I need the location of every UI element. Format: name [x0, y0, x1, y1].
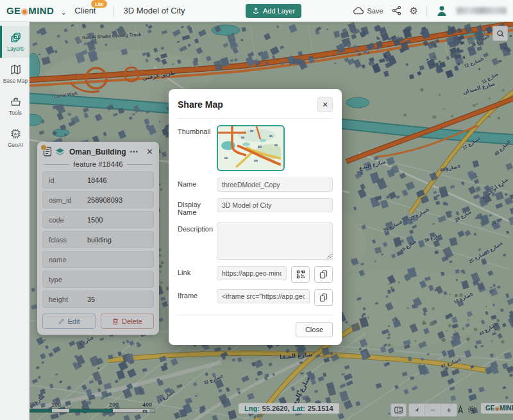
- feature-attribute-row: id 18446: [42, 171, 154, 189]
- save-button[interactable]: Save: [353, 6, 383, 15]
- sidebar-item-geoai[interactable]: AI GeoAI: [0, 122, 29, 154]
- modal-title: Share Map: [178, 99, 223, 110]
- iframe-label: Iframe: [178, 289, 212, 299]
- page-title: 3D Model of City: [123, 6, 185, 15]
- zoom-in-button[interactable]: +: [441, 404, 457, 416]
- left-sidebar: Layers Base Map Tools AI GeoAI: [0, 22, 29, 420]
- name-label: Name: [178, 178, 212, 188]
- copy-icon: [319, 270, 328, 279]
- gear-icon[interactable]: ⚙: [410, 6, 418, 15]
- map-scale-bar: 100200400 m: [27, 401, 155, 413]
- scale-segments: [27, 408, 155, 413]
- legend-icon: [394, 407, 403, 414]
- layer-diamond-icon: [55, 147, 65, 156]
- share-link-input[interactable]: [217, 266, 287, 280]
- feature-attribute-row: code 1500: [42, 211, 154, 228]
- attribute-value: building: [87, 236, 112, 244]
- compass-button[interactable]: [409, 404, 425, 416]
- toolbox-icon: [10, 96, 22, 108]
- feature-attributes-panel: Oman_Building ••• ✕ feature #18446 id 18…: [37, 142, 159, 335]
- layers-icon: [10, 31, 22, 44]
- coordinates-readout: Lng:55.2620, Lat:25.1514: [239, 403, 339, 414]
- modal-close-footer-button[interactable]: Close: [296, 322, 333, 337]
- sidebar-item-tools[interactable]: Tools: [0, 90, 29, 122]
- qr-code-icon: [296, 270, 305, 279]
- map-search-button[interactable]: [492, 26, 508, 41]
- share-map-modal: Share Map ✕ Thumbnail: [169, 89, 342, 345]
- username-redacted: [457, 7, 507, 14]
- form-icon: [43, 147, 52, 156]
- attribute-label: name: [49, 256, 87, 264]
- cloud-save-icon: [353, 6, 364, 15]
- attribute-label: code: [49, 216, 87, 224]
- feature-attribute-rows: id 18446 osm_id 258908093 code 1500: [37, 171, 159, 308]
- ai-chip-icon: AI: [10, 128, 22, 140]
- sidebar-label: Base Map: [3, 78, 28, 84]
- map-attribution-logo: GE◉MIND: [481, 403, 513, 414]
- app-logo: GE◉MIND: [6, 5, 54, 16]
- sidebar-label: Layers: [7, 46, 24, 52]
- description-textarea[interactable]: [217, 223, 333, 260]
- user-avatar[interactable]: [435, 4, 448, 17]
- display-name-input[interactable]: [217, 198, 333, 212]
- add-layer-icon: [252, 7, 260, 15]
- map-thumbnail: [217, 125, 285, 171]
- lite-badge: Lite: [91, 0, 107, 8]
- scale-tick: 200: [109, 401, 119, 408]
- link-label: Link: [178, 266, 212, 276]
- chevron-down-icon[interactable]: ⌄: [60, 8, 67, 17]
- app-window: Nad Al Sheba Cycling TrackCanal Walkطريق…: [0, 0, 513, 420]
- map-icon: [10, 63, 22, 76]
- sidebar-label: Tools: [9, 110, 22, 116]
- attribute-label: osm_id: [49, 196, 87, 204]
- top-bar: GE◉MIND ⌄ Client Lite 3D Model of City A…: [0, 0, 513, 22]
- edit-feature-button[interactable]: Edit: [42, 314, 96, 329]
- attribute-label: height: [49, 296, 87, 303]
- feature-subtitle: feature #18446: [44, 160, 153, 168]
- sidebar-item-layers[interactable]: Layers: [0, 26, 29, 58]
- locate-target-icon: [467, 405, 477, 415]
- locate-button[interactable]: [466, 403, 478, 416]
- search-icon: [496, 29, 505, 38]
- feature-attribute-row: fclass building: [42, 231, 154, 248]
- qr-code-button[interactable]: [291, 266, 310, 283]
- zoom-out-button[interactable]: −: [425, 404, 441, 416]
- feature-attribute-row: height 35: [42, 290, 154, 308]
- copy-link-button[interactable]: [314, 266, 333, 283]
- attribute-value: 18446: [87, 176, 107, 184]
- notification-dot: [40, 144, 47, 151]
- sidebar-label: GeoAI: [8, 142, 23, 148]
- description-label: Description: [178, 223, 212, 233]
- modal-close-button[interactable]: ✕: [317, 97, 333, 112]
- sidebar-item-base-map[interactable]: Base Map: [0, 58, 29, 90]
- attribute-value: 258908093: [87, 196, 122, 204]
- share-icon[interactable]: [392, 6, 401, 15]
- attribute-label: type: [49, 276, 87, 283]
- workspace-selector[interactable]: Client Lite: [74, 6, 96, 15]
- copy-icon: [319, 293, 328, 302]
- scale-tick-labels: 100200400 m: [27, 401, 155, 408]
- compass-needle-icon: [414, 407, 421, 414]
- more-options-button[interactable]: •••: [130, 148, 139, 155]
- delete-feature-button[interactable]: Delete: [101, 314, 154, 329]
- legend-button[interactable]: [391, 403, 407, 417]
- divider: [114, 6, 114, 16]
- zoom-controls: − +: [408, 403, 457, 417]
- scale-tick: 100: [51, 401, 61, 408]
- feature-attribute-row: type: [42, 271, 154, 288]
- panel-close-button[interactable]: ✕: [146, 147, 153, 156]
- thumbnail-label: Thumbnail: [178, 125, 212, 135]
- feature-attribute-row: osm_id 258908093: [42, 191, 154, 208]
- attribute-label: id: [49, 176, 87, 184]
- attribute-label: fclass: [49, 236, 87, 244]
- add-layer-button[interactable]: Add Layer: [246, 4, 301, 18]
- divider: [426, 6, 427, 16]
- feature-attribute-row: name: [42, 251, 154, 268]
- iframe-embed-input[interactable]: [217, 289, 310, 303]
- copy-iframe-button[interactable]: [314, 289, 333, 306]
- scale-tick: 400 m: [142, 401, 155, 414]
- bearing-reset-button[interactable]: [456, 404, 465, 415]
- attribute-value: 35: [87, 296, 95, 303]
- name-input[interactable]: [217, 178, 333, 192]
- attribute-value: 1500: [87, 216, 103, 224]
